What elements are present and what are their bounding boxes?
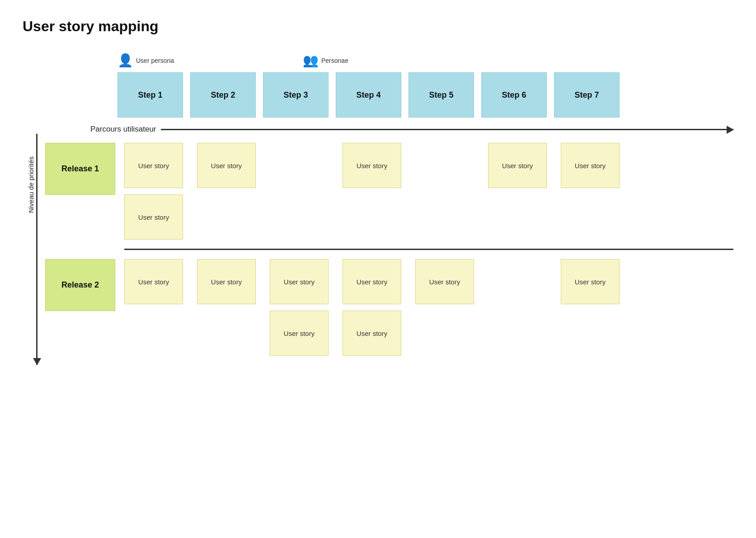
r2-col-3: User story User story <box>270 259 335 356</box>
story-card: User story <box>343 311 401 356</box>
diagram-area: 👤 User persona 👥 Personae Step 1 Step 2 … <box>23 53 733 365</box>
step-6-card: Step 6 <box>481 72 547 118</box>
step-5-card: Step 5 <box>409 72 474 118</box>
personae-label: Personae <box>321 57 348 64</box>
page-title: User story mapping <box>23 18 733 35</box>
v-axis-container: Niveau de priorités <box>23 134 45 365</box>
release-1-row: Release 1 User story User story User sto… <box>45 134 733 249</box>
r2-col-7: User story <box>561 259 626 304</box>
story-card: User story <box>561 259 620 304</box>
story-card: User story <box>124 143 183 188</box>
release-2-stories-grid: User story User story User story User st… <box>124 259 733 356</box>
releases-area: Release 1 User story User story User sto… <box>45 134 733 365</box>
story-card: User story <box>561 143 620 188</box>
release-1-label: Release 1 <box>45 143 115 195</box>
step-1-card: Step 1 <box>117 72 183 118</box>
step-7-card: Step 7 <box>554 72 620 118</box>
r2-col-1: User story <box>124 259 190 304</box>
story-card: User story <box>270 311 329 356</box>
r1-col-1: User story User story <box>124 143 190 240</box>
horizontal-arrow <box>161 129 733 130</box>
release-2-label: Release 2 <box>45 259 115 311</box>
story-card: User story <box>488 143 547 188</box>
release-2-row: Release 2 User story User story User sto… <box>45 250 733 365</box>
personas-row: 👤 User persona 👥 Personae <box>117 53 733 68</box>
story-card: User story <box>343 143 401 188</box>
story-card: User story <box>124 194 183 240</box>
story-card: User story <box>415 259 474 304</box>
story-card: User story <box>270 259 329 304</box>
step-4-card: Step 4 <box>336 72 401 118</box>
r2-col-4: User story User story <box>343 259 408 356</box>
r1-col-7: User story <box>561 143 626 188</box>
parcours-label: Parcours utilisateur <box>90 125 156 134</box>
step-2-card: Step 2 <box>190 72 256 118</box>
r1-col-2: User story <box>197 143 263 188</box>
r1-col-6: User story <box>488 143 554 188</box>
v-axis-label: Niveau de priorités <box>27 156 35 213</box>
user-persona-label: User persona <box>136 57 174 64</box>
persona-user: 👤 User persona <box>117 53 244 68</box>
main-content: Niveau de priorités Release 1 User story… <box>23 134 733 365</box>
r2-col-5: User story <box>415 259 481 304</box>
user-persona-icon: 👤 <box>117 53 133 68</box>
release-1-stories-grid: User story User story User story User st… <box>124 143 733 240</box>
story-card: User story <box>343 259 401 304</box>
r2-col-2: User story <box>197 259 263 304</box>
step-3-card: Step 3 <box>263 72 329 118</box>
persona-group: 👥 Personae <box>303 53 429 68</box>
steps-row: Step 1 Step 2 Step 3 Step 4 Step 5 Step … <box>117 72 733 118</box>
story-card: User story <box>197 259 256 304</box>
vertical-arrow <box>36 134 38 365</box>
personae-icon: 👥 <box>303 53 319 68</box>
story-card: User story <box>197 143 256 188</box>
story-card: User story <box>124 259 183 304</box>
r1-col-4: User story <box>343 143 408 188</box>
parcours-row: Parcours utilisateur <box>90 125 733 134</box>
